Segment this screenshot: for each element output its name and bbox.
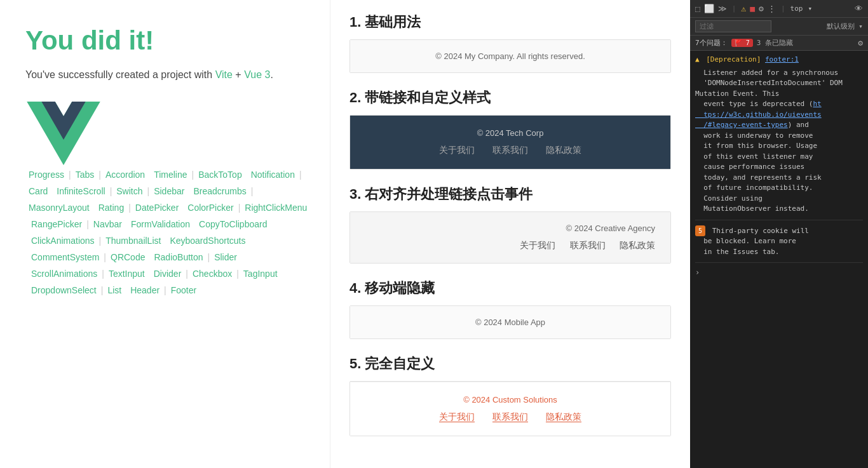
nav-sidebar[interactable]: Sidebar: [151, 184, 187, 198]
vue-link[interactable]: Vue 3: [244, 69, 270, 80]
privacy-link-2[interactable]: 隐私政策: [546, 145, 581, 155]
nav-rangepicker[interactable]: RangePicker: [28, 217, 85, 231]
nav-breadcrumbs[interactable]: Breadcrumbs: [190, 184, 249, 198]
nav-textinput[interactable]: TextInput: [105, 267, 148, 281]
footer-preview-4: © 2024 Mobile App: [349, 305, 671, 339]
issues-gear-icon[interactable]: ⚙: [858, 38, 863, 48]
nav-copytoclipboard[interactable]: CopyToClipboard: [196, 217, 270, 231]
nav-infinitescroll[interactable]: InfiniteScroll: [53, 184, 108, 198]
expand-arrow-icon[interactable]: ›: [695, 268, 863, 277]
nav-qrcode[interactable]: QRCode: [107, 250, 148, 264]
nav-masonrylayout[interactable]: MasonryLayout: [25, 201, 93, 215]
plus-text: +: [235, 69, 241, 80]
copyright-4: © 2024 Mobile App: [362, 318, 659, 327]
devtools-top-label: top: [790, 4, 803, 13]
vue-logo: [25, 102, 311, 168]
nav-datepicker[interactable]: DatePicker: [132, 201, 182, 215]
nav-thumbnaillist[interactable]: ThumbnailList: [102, 234, 164, 248]
devtools-icon-layout[interactable]: ⬚: [695, 4, 700, 13]
log-warn-line: ▲ [Deprecation] footer:1: [695, 55, 863, 65]
copyright-5: © 2024 Custom Solutions: [363, 395, 658, 404]
footer-preview-1: © 2024 My Company. All rights reserved.: [349, 39, 671, 73]
nav-switch[interactable]: Switch: [113, 184, 146, 198]
nav-links: Progress| Tabs| Accordion Timeline| Back…: [25, 168, 311, 297]
nav-tabs[interactable]: Tabs: [72, 168, 98, 182]
devtools-panel: ⬚ ⬜ ≫ | ⚠ ■ ⚙ ⋮ | top ▾ 👁 默认级别 ▾ 7个问题： 🚩…: [690, 0, 868, 468]
section-4-title: 4. 移动端隐藏: [349, 279, 671, 298]
footer-link[interactable]: footer:1: [765, 55, 799, 64]
nav-keyboardshortcuts[interactable]: KeyboardShortcuts: [166, 234, 248, 248]
nav-commentsystem[interactable]: CommentSystem: [28, 250, 102, 264]
hero-title: You did it!: [25, 25, 311, 56]
devtools-icon-more[interactable]: ≫: [718, 4, 727, 13]
nav-taginput[interactable]: TagInput: [240, 267, 281, 281]
issues-hidden: 3 条已隐藏: [757, 38, 793, 48]
devtools-toolbar: ⬚ ⬜ ≫ | ⚠ ■ ⚙ ⋮ | top ▾ 👁: [690, 0, 868, 18]
main-content: 1. 基础用法 © 2024 My Company. All rights re…: [330, 0, 690, 468]
footer-preview-3: © 2024 Creative Agency 关于我们 联系我们 隐私政策: [349, 211, 671, 264]
devtools-icon-cursor[interactable]: ⬜: [704, 4, 714, 13]
log-entry-cookie: 5 Third-party cookie will be blocked. Le…: [695, 225, 863, 264]
nav-formvalidation[interactable]: FormValidation: [128, 217, 193, 231]
privacy-link-3[interactable]: 隐私政策: [620, 240, 655, 250]
nav-header[interactable]: Header: [127, 283, 163, 297]
nav-notification[interactable]: Notification: [248, 168, 298, 182]
nav-list[interactable]: List: [104, 283, 125, 297]
nav-navbar[interactable]: Navbar: [90, 217, 125, 231]
devtools-icon-warn[interactable]: ⚠: [741, 4, 746, 13]
privacy-link-5[interactable]: 隐私政策: [546, 411, 581, 422]
contact-link-3[interactable]: 联系我们: [570, 240, 606, 250]
nav-checkbox[interactable]: Checkbox: [189, 267, 235, 281]
devtools-top-select[interactable]: ▾: [808, 4, 812, 13]
vite-link[interactable]: Vite: [215, 69, 233, 80]
section-2-title: 2. 带链接和自定义样式: [349, 88, 671, 107]
footer-right: © 2024 Creative Agency 关于我们 联系我们 隐私政策: [350, 212, 670, 263]
left-panel: You did it! You've successfully created …: [0, 0, 330, 468]
issues-badge[interactable]: 🚩 7: [731, 39, 753, 47]
nav-slider[interactable]: Slider: [211, 250, 240, 264]
devtools-icon-gear[interactable]: ⚙: [759, 4, 764, 13]
footer-links-3: 关于我们 联系我们 隐私政策: [365, 239, 655, 251]
copyright-3: © 2024 Creative Agency: [365, 224, 655, 233]
nav-footer[interactable]: Footer: [168, 283, 200, 297]
nav-divider[interactable]: Divider: [151, 267, 185, 281]
contact-link-5[interactable]: 联系我们: [492, 411, 528, 422]
devtools-filter-input[interactable]: [695, 20, 771, 32]
devtools-filter-label[interactable]: 默认级别 ▾: [827, 22, 863, 31]
nav-rating[interactable]: Rating: [95, 201, 127, 215]
log-entry-deprecation: ▲ [Deprecation] footer:1 Listener added …: [695, 55, 863, 220]
footer-preview-2: © 2024 Tech Corp 关于我们 联系我们 隐私政策: [349, 115, 671, 170]
nav-scrollanimations[interactable]: ScrollAnimations: [28, 267, 100, 281]
nav-colorpicker[interactable]: ColorPicker: [184, 201, 236, 215]
nav-clickanimations[interactable]: ClickAnimations: [28, 234, 98, 248]
footer-custom: © 2024 Custom Solutions 关于我们 联系我们 隐私政策: [350, 382, 670, 436]
nav-progress[interactable]: Progress: [25, 168, 67, 182]
nav-radiobutton[interactable]: RadioButton: [151, 250, 206, 264]
nav-accordion[interactable]: Accordion: [102, 168, 148, 182]
log-deprecation-prefix: [Deprecation]: [706, 55, 761, 64]
footer-mobile: © 2024 Mobile App: [350, 306, 670, 338]
nav-rightclickmenu[interactable]: RightClickMenu: [241, 201, 310, 215]
devtools-filter-row: 默认级别 ▾: [690, 18, 868, 36]
nav-backto[interactable]: BackToTop: [195, 168, 245, 182]
about-link-3[interactable]: 关于我们: [520, 240, 555, 250]
ht-link[interactable]: ht tps://w3c.github.io/uievents /#legacy…: [695, 100, 822, 129]
nav-timeline[interactable]: Timeline: [151, 168, 190, 182]
devtools-log-content: ▲ [Deprecation] footer:1 Listener added …: [690, 51, 868, 468]
contact-link-2[interactable]: 联系我们: [492, 145, 528, 155]
nav-card[interactable]: Card: [25, 184, 51, 198]
copyright-1: © 2024 My Company. All rights reserved.: [435, 51, 585, 61]
footer-light: © 2024 My Company. All rights reserved.: [350, 40, 670, 72]
about-link-5[interactable]: 关于我们: [439, 411, 475, 422]
devtools-icon-stop[interactable]: ■: [750, 4, 755, 13]
footer-dark: © 2024 Tech Corp 关于我们 联系我们 隐私政策: [350, 116, 670, 169]
devtools-sep-2: |: [781, 4, 785, 13]
section-3-title: 3. 右对齐并处理链接点击事件: [349, 185, 671, 204]
log-badge-5: 5: [695, 225, 705, 236]
warn-triangle-icon: ▲: [695, 55, 700, 64]
devtools-icon-menu[interactable]: ⋮: [768, 4, 776, 13]
devtools-eye-icon[interactable]: 👁: [855, 4, 863, 13]
hero-subtitle: You've successfully created a project wi…: [25, 67, 311, 83]
nav-dropdownselect[interactable]: DropdownSelect: [28, 283, 100, 297]
about-link-2[interactable]: 关于我们: [439, 145, 475, 155]
